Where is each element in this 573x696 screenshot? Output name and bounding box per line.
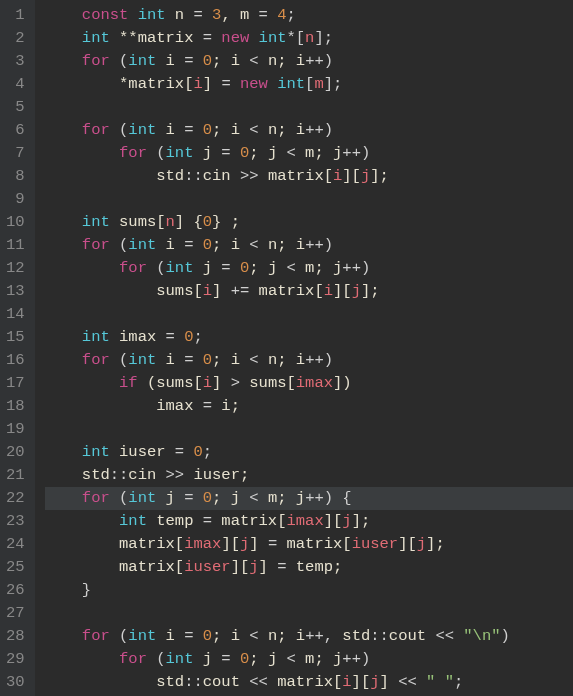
token-id: j — [193, 144, 221, 162]
token-op: = — [203, 397, 222, 415]
code-line[interactable]: int imax = 0; — [45, 326, 573, 349]
token-id: ; i — [212, 236, 249, 254]
token-op: = — [175, 443, 194, 461]
code-line[interactable]: const int n = 3, m = 4; — [45, 4, 573, 27]
token-id: i — [156, 52, 184, 70]
token-type: int — [128, 52, 156, 70]
token-id: ] { — [175, 213, 203, 231]
token-id: ] — [212, 374, 231, 392]
code-area[interactable]: const int n = 3, m = 4; int **matrix = n… — [35, 0, 573, 696]
line-number: 27 — [6, 602, 25, 625]
code-line[interactable]: int sums[n] {0} ; — [45, 211, 573, 234]
code-editor: 1234567891011121314151617181920212223242… — [0, 0, 573, 696]
line-number: 21 — [6, 464, 25, 487]
code-line[interactable]: *matrix[i] = new int[m]; — [45, 73, 573, 96]
token-id: matrix[ — [119, 535, 184, 553]
code-line[interactable] — [45, 96, 573, 119]
code-line[interactable]: imax = i; — [45, 395, 573, 418]
token-op: ++) — [305, 351, 333, 369]
token-mid: iuser — [352, 535, 399, 553]
code-line[interactable]: int temp = matrix[imax][j]; — [45, 510, 573, 533]
code-line[interactable]: matrix[iuser][j] = temp; — [45, 556, 573, 579]
code-line[interactable]: for (int j = 0; j < m; j++) — [45, 257, 573, 280]
token-id: n — [268, 627, 277, 645]
code-line[interactable]: for (int j = 0; j < m; j++) — [45, 142, 573, 165]
token-id: (sums[ — [138, 374, 203, 392]
code-line[interactable]: } — [45, 579, 573, 602]
token-type: int — [82, 29, 110, 47]
code-line[interactable]: for (int i = 0; i < n; i++) — [45, 234, 573, 257]
token-type: int — [82, 328, 110, 346]
line-number: 1 — [6, 4, 25, 27]
token-ns: std — [156, 167, 184, 185]
token-id: ][ — [398, 535, 417, 553]
token-op: ++, — [305, 627, 342, 645]
token-mid: j — [370, 673, 379, 691]
token-id: } ; — [212, 213, 240, 231]
code-line[interactable]: std::cin >> matrix[i][j]; — [45, 165, 573, 188]
token-mid: n — [166, 213, 175, 231]
token-id: i — [156, 236, 184, 254]
token-kw: for — [82, 52, 110, 70]
token-id: ]; — [361, 282, 380, 300]
token-op: ++) — [342, 144, 370, 162]
line-number: 16 — [6, 349, 25, 372]
code-line[interactable]: int **matrix = new int*[n]; — [45, 27, 573, 50]
token-op: ( — [110, 236, 129, 254]
code-line[interactable]: std::cin >> iuser; — [45, 464, 573, 487]
token-op: :: — [110, 466, 129, 484]
code-line[interactable]: sums[i] += matrix[i][j]; — [45, 280, 573, 303]
token-kw: new — [240, 75, 277, 93]
token-op: = — [259, 6, 278, 24]
token-type: int — [128, 489, 156, 507]
line-number: 15 — [6, 326, 25, 349]
token-id: m — [268, 489, 277, 507]
line-number: 20 — [6, 441, 25, 464]
token-op: = — [184, 52, 203, 70]
code-line[interactable] — [45, 303, 573, 326]
code-line[interactable] — [45, 188, 573, 211]
code-line[interactable]: for (int i = 0; i < n; i++) — [45, 349, 573, 372]
token-id: ] — [380, 673, 399, 691]
token-id: n — [268, 351, 277, 369]
token-kw: if — [119, 374, 138, 392]
line-number-gutter: 1234567891011121314151617181920212223242… — [0, 0, 35, 696]
token-id: matrix[ — [259, 282, 324, 300]
token-id: temp — [147, 512, 203, 530]
token-id: ; i — [277, 627, 305, 645]
code-line[interactable]: if (sums[i] > sums[imax]) — [45, 372, 573, 395]
token-op: ++) — [305, 52, 333, 70]
token-type: int — [128, 236, 156, 254]
code-line[interactable]: matrix[imax][j] = matrix[iuser][j]; — [45, 533, 573, 556]
token-op: ++) — [342, 259, 370, 277]
code-line[interactable]: for (int j = 0; j < m; j++) — [45, 648, 573, 671]
code-line[interactable]: for (int i = 0; i < n; i++) — [45, 50, 573, 73]
code-line[interactable] — [45, 418, 573, 441]
line-number: 7 — [6, 142, 25, 165]
token-op: ]; — [324, 75, 343, 93]
token-id: ] — [203, 75, 222, 93]
token-mid: j — [417, 535, 426, 553]
line-number: 2 — [6, 27, 25, 50]
code-line[interactable] — [45, 602, 573, 625]
token-op: ++) { — [305, 489, 352, 507]
code-line[interactable]: for (int i = 0; i < n; i++, std::cout <<… — [45, 625, 573, 648]
token-id: ; i — [212, 52, 249, 70]
token-op: :: — [370, 627, 389, 645]
token-op: = — [221, 75, 240, 93]
token-type: int — [166, 650, 194, 668]
token-op: ; — [454, 673, 463, 691]
code-line[interactable]: int iuser = 0; — [45, 441, 573, 464]
token-op: :: — [184, 167, 203, 185]
code-line[interactable]: for (int i = 0; i < n; i++) — [45, 119, 573, 142]
line-number: 22 — [6, 487, 25, 510]
code-line[interactable]: for (int j = 0; j < m; j++) { — [45, 487, 573, 510]
token-mid: m — [314, 75, 323, 93]
token-op: ( — [110, 351, 129, 369]
token-type: int — [128, 121, 156, 139]
token-id: j — [193, 259, 221, 277]
line-number: 29 — [6, 648, 25, 671]
token-ns: std — [342, 627, 370, 645]
token-id: ] — [212, 282, 231, 300]
code-line[interactable]: std::cout << matrix[i][j] << " "; — [45, 671, 573, 694]
